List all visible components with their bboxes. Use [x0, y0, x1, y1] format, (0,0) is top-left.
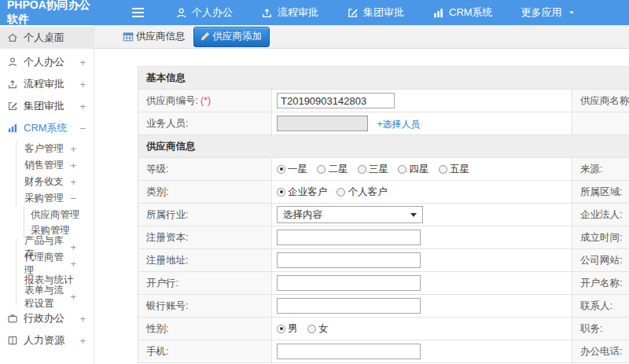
gender-options: 男 女: [272, 318, 572, 340]
sidebar-item-sales-management[interactable]: 销售管理 +: [16, 157, 94, 174]
radio-icon: [337, 188, 345, 197]
table-row: 业务人员: +选择人员: [138, 112, 629, 135]
sidebar-item-finance[interactable]: 财务收支 +: [16, 174, 94, 190]
pencil-icon: [200, 31, 211, 42]
top-menu: 个人办公 流程审批 集团审批 CRM系统 更多应用: [175, 6, 576, 20]
tab-bar: 供应商信息 供应商添加: [94, 25, 629, 49]
bank-input[interactable]: [277, 275, 421, 291]
grade-option-1[interactable]: 一星: [277, 163, 307, 176]
registered-address-input[interactable]: [277, 252, 421, 268]
grade-option-2[interactable]: 二星: [317, 163, 348, 176]
registered-capital-label: 注册资本:: [138, 226, 272, 249]
top-menu-group-approval[interactable]: 集团审批: [347, 6, 404, 20]
category-option-company[interactable]: 企业客户: [277, 186, 327, 199]
source-label: 来源:: [572, 158, 629, 181]
grade-label: 等级:: [138, 158, 272, 181]
chart-icon: [7, 123, 18, 134]
app-brand: PHPOA协同办公软件: [0, 0, 94, 27]
table-row: 银行账号: 联系人:: [138, 295, 629, 318]
industry-select[interactable]: 选择内容: [277, 206, 423, 223]
required-mark: (*): [200, 95, 211, 106]
sidebar-item-personal-office[interactable]: 个人办公 +: [0, 51, 94, 73]
person-icon: [175, 7, 187, 19]
business-person-label: 业务人员:: [138, 112, 272, 135]
table-row: 手机: 办公电话:: [138, 340, 629, 363]
account-name-label: 开户名称:: [572, 272, 629, 295]
sidebar-item-agent-management[interactable]: 代理商管理 +: [16, 256, 94, 272]
radio-icon: [398, 165, 406, 174]
table-row: 等级: 一星 二星 三星 四星 五星 来源:: [138, 158, 629, 181]
sidebar-item-group-approval[interactable]: 集团审批 +: [0, 95, 94, 117]
grade-option-5[interactable]: 五星: [439, 163, 469, 176]
tab-supplier-info[interactable]: 供应商信息: [123, 30, 186, 43]
sidebar-item-human-resources[interactable]: 人力资源 +: [0, 329, 94, 351]
top-menu-personal-office[interactable]: 个人办公: [175, 6, 233, 20]
radio-selected-icon: [277, 325, 285, 333]
table-row: 供应商编号:(*) 供应商名称:(*): [138, 90, 629, 112]
main-content: 供应商信息 供应商添加 基本信息 供应商编号:(*) 供应商名称:(*): [94, 25, 629, 364]
table-row: 注册资本: 成立时间:: [138, 226, 629, 249]
sidebar-item-crm-system[interactable]: CRM系统 −: [0, 117, 94, 139]
supplier-code-input[interactable]: [277, 93, 395, 108]
table-row: 开户行: 开户名称:: [138, 272, 629, 295]
contact-person-label: 联系人:: [572, 295, 629, 318]
bank-account-input[interactable]: [277, 298, 421, 314]
bank-label: 开户行:: [138, 272, 272, 295]
registered-capital-input[interactable]: [277, 230, 421, 245]
sidebar-item-admin-office[interactable]: 行政办公 +: [0, 307, 94, 329]
mobile-label: 手机:: [138, 340, 272, 363]
upload-icon: [261, 7, 273, 19]
sidebar-item-personal-desktop[interactable]: 个人桌面: [0, 27, 94, 49]
table-row: 性别: 男 女 职务:: [138, 318, 629, 340]
form-area: 基本信息 供应商编号:(*) 供应商名称:(*) 业务人员: +选择人员: [94, 49, 629, 363]
edit-icon: [7, 101, 18, 112]
hamburger-menu-icon[interactable]: [130, 5, 145, 20]
tab-supplier-add[interactable]: 供应商添加: [193, 27, 270, 47]
gender-option-male[interactable]: 男: [277, 322, 298, 336]
sidebar-item-form-flow-settings[interactable]: 表单与流程设置 +: [16, 289, 94, 305]
mobile-input[interactable]: [277, 344, 421, 359]
sidebar-item-supplier-management[interactable]: 供应商管理: [24, 207, 94, 222]
category-options: 企业客户 个人客户: [272, 181, 572, 204]
home-icon: [7, 32, 18, 43]
select-person-link[interactable]: +选择人员: [377, 119, 420, 130]
top-menu-workflow-approval[interactable]: 流程审批: [261, 6, 318, 20]
gender-label: 性别:: [138, 318, 272, 340]
top-menu-crm-system[interactable]: CRM系统: [432, 6, 493, 20]
caret-down-icon: [567, 8, 576, 17]
radio-selected-icon: [277, 165, 285, 174]
supplier-form-table: 基本信息 供应商编号:(*) 供应商名称:(*) 业务人员: +选择人员: [138, 66, 629, 363]
radio-icon: [307, 325, 316, 333]
grade-options: 一星 二星 三星 四星 五星: [272, 158, 572, 181]
office-phone-label: 办公电话:: [572, 340, 629, 363]
registered-address-label: 注册地址:: [138, 249, 272, 272]
region-label: 所属区域:: [572, 181, 629, 204]
table-row: 注册地址: 公司网站:: [138, 249, 629, 272]
bank-account-label: 银行账号:: [138, 295, 272, 318]
gender-option-female[interactable]: 女: [307, 322, 329, 336]
sidebar-item-purchase-management[interactable]: 采购管理 −: [16, 190, 94, 207]
top-bar: PHPOA协同办公软件 个人办公 流程审批 集团审批 CRM系统 更多应用: [0, 0, 629, 25]
top-menu-more-apps[interactable]: 更多应用: [521, 6, 576, 20]
sidebar: 个人桌面 个人办公 + 流程审批 + 集团审批 + CRM系统 − 客户管理 +…: [0, 25, 94, 364]
edit-icon: [347, 7, 359, 19]
section-row: 供应商信息: [138, 135, 629, 158]
grade-option-4[interactable]: 四星: [398, 163, 429, 176]
book-icon: [7, 335, 18, 346]
sidebar-item-workflow-approval[interactable]: 流程审批 +: [0, 73, 94, 95]
caret-down-icon: [410, 213, 417, 217]
business-person-input[interactable]: [277, 116, 368, 131]
grade-option-3[interactable]: 三星: [358, 163, 388, 176]
sidebar-item-customer-management[interactable]: 客户管理 +: [16, 141, 94, 157]
category-label: 类别:: [138, 181, 272, 204]
category-option-personal[interactable]: 个人客户: [337, 186, 387, 199]
radio-icon: [439, 165, 447, 174]
position-label: 职务:: [572, 318, 629, 340]
table-icon: [123, 31, 134, 42]
radio-selected-icon: [277, 188, 285, 197]
industry-label: 所属行业:: [138, 204, 272, 226]
supplier-name-label: 供应商名称:(*): [572, 90, 629, 112]
section-title-supplier: 供应商信息: [138, 135, 629, 158]
person-icon: [7, 57, 18, 68]
chart-icon: [432, 7, 444, 19]
